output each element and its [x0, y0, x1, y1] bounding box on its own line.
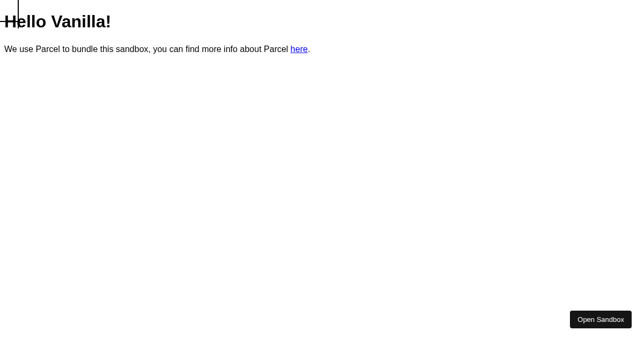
page-title: Hello Vanilla! — [4, 12, 640, 32]
intro-text-before: We use Parcel to bundle this sandbox, yo… — [4, 45, 290, 54]
intro-paragraph: We use Parcel to bundle this sandbox, yo… — [4, 43, 640, 55]
decoration-line-horizontal — [0, 21, 18, 22]
open-sandbox-button[interactable]: Open Sandbox — [570, 311, 632, 328]
parcel-link[interactable]: here — [290, 45, 308, 54]
decoration-line-vertical — [18, 0, 19, 28]
intro-text-after: . — [308, 45, 310, 54]
main-content: Hello Vanilla! We use Parcel to bundle t… — [0, 0, 644, 60]
